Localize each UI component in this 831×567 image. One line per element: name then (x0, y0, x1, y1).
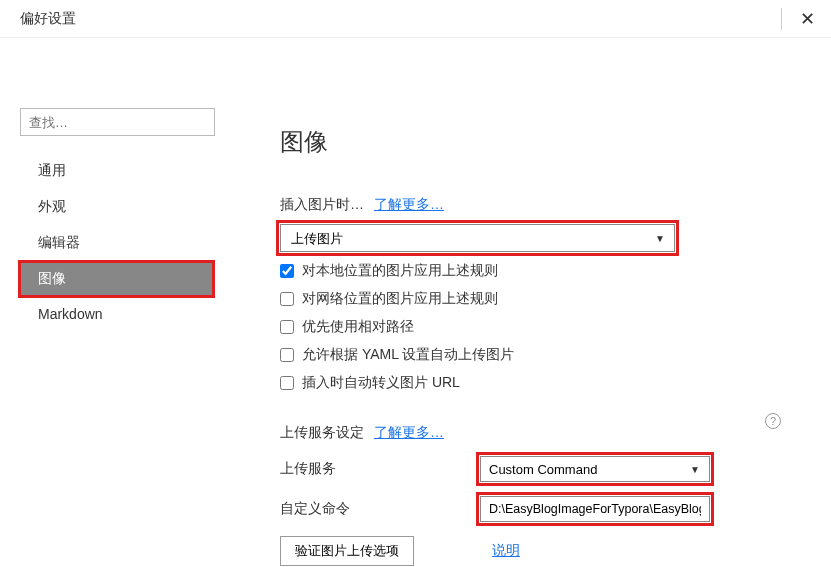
upload-actions-row: 验证图片上传选项 说明 (280, 536, 781, 566)
checkbox-network-rule-input[interactable] (280, 292, 294, 306)
custom-command-row: 自定义命令 (280, 496, 781, 522)
checkbox-escape-url-input[interactable] (280, 376, 294, 390)
upload-service-select[interactable]: Custom Command (480, 456, 710, 482)
titlebar-controls: ✕ (781, 8, 815, 30)
content: 通用 外观 编辑器 图像 Markdown 图像 插入图片时… 了解更多… 上传… (0, 38, 831, 567)
test-upload-button[interactable]: 验证图片上传选项 (280, 536, 414, 566)
insert-action-select[interactable]: 上传图片 (280, 224, 675, 252)
upload-learn-more-link[interactable]: 了解更多… (374, 424, 444, 440)
upload-section-label: 上传服务设定 (280, 424, 364, 440)
sidebar-item-general[interactable]: 通用 (20, 154, 213, 188)
upload-service-select-wrapper: Custom Command ▼ (480, 456, 710, 482)
checkbox-relative-path[interactable]: 优先使用相对路径 (280, 318, 781, 336)
upload-service-label: 上传服务 (280, 460, 480, 478)
checkbox-relative-path-input[interactable] (280, 320, 294, 334)
custom-command-input-wrapper (480, 496, 710, 522)
sidebar-item-editor[interactable]: 编辑器 (20, 226, 213, 260)
close-icon[interactable]: ✕ (800, 8, 815, 30)
insert-action-select-wrapper: 上传图片 ▼ (280, 224, 675, 252)
search-input[interactable] (20, 108, 215, 136)
checkbox-yaml-upload[interactable]: 允许根据 YAML 设置自动上传图片 (280, 346, 781, 364)
checkbox-label: 对本地位置的图片应用上述规则 (302, 262, 498, 280)
sidebar-item-markdown[interactable]: Markdown (20, 298, 213, 330)
upload-help-link[interactable]: 说明 (492, 542, 520, 560)
checkbox-label: 优先使用相对路径 (302, 318, 414, 336)
upload-service-row: 上传服务 Custom Command ▼ (280, 456, 781, 482)
main-panel: 图像 插入图片时… 了解更多… 上传图片 ▼ 对本地位置的图片应用上述规则 对网… (225, 38, 831, 567)
checkbox-escape-url[interactable]: 插入时自动转义图片 URL (280, 374, 781, 392)
checkbox-label: 允许根据 YAML 设置自动上传图片 (302, 346, 514, 364)
insert-checkboxes: 对本地位置的图片应用上述规则 对网络位置的图片应用上述规则 优先使用相对路径 允… (280, 262, 781, 392)
insert-label: 插入图片时… (280, 196, 364, 212)
divider (781, 8, 782, 30)
checkbox-local-rule-input[interactable] (280, 264, 294, 278)
titlebar: 偏好设置 ✕ (0, 0, 831, 38)
sidebar-item-appearance[interactable]: 外观 (20, 190, 213, 224)
sidebar-item-image[interactable]: 图像 (20, 262, 213, 296)
insert-section: 插入图片时… 了解更多… 上传图片 ▼ 对本地位置的图片应用上述规则 对网络位置… (280, 196, 781, 392)
checkbox-label: 插入时自动转义图片 URL (302, 374, 460, 392)
help-icon[interactable]: ? (765, 413, 781, 429)
custom-command-label: 自定义命令 (280, 500, 480, 518)
custom-command-input[interactable] (480, 496, 710, 522)
insert-learn-more-link[interactable]: 了解更多… (374, 196, 444, 212)
page-title: 图像 (280, 126, 781, 158)
checkbox-label: 对网络位置的图片应用上述规则 (302, 290, 498, 308)
checkbox-yaml-upload-input[interactable] (280, 348, 294, 362)
checkbox-local-rule[interactable]: 对本地位置的图片应用上述规则 (280, 262, 781, 280)
window-title: 偏好设置 (20, 10, 76, 28)
checkbox-network-rule[interactable]: 对网络位置的图片应用上述规则 (280, 290, 781, 308)
sidebar: 通用 外观 编辑器 图像 Markdown (0, 38, 225, 567)
upload-section: 上传服务设定 了解更多… 上传服务 Custom Command ▼ 自定义命令 (280, 424, 781, 566)
